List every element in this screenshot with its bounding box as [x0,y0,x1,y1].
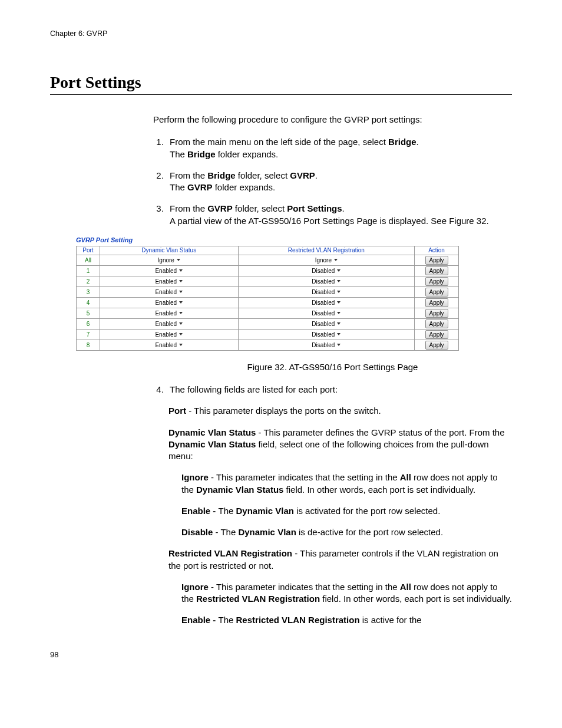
chevron-down-icon [179,312,183,314]
rvr-dropdown[interactable]: Disabled [310,299,343,306]
action-cell: Apply [415,286,459,297]
intro-text: Perform the following procedure to confi… [153,114,512,126]
chevron-down-icon [334,259,338,261]
chevron-down-icon [179,269,183,272]
rvr-dropdown[interactable]: Disabled [310,321,343,327]
dvs-cell: Enabled [100,308,238,318]
rvr-cell: Disabled [238,308,414,318]
apply-button[interactable]: Apply [425,298,448,307]
action-cell: Apply [415,329,459,340]
table-row: 4EnabledDisabledApply [77,297,459,308]
dvs-dropdown[interactable]: Enabled [153,278,186,285]
table-row: 8EnabledDisabledApply [77,340,459,350]
apply-button[interactable]: Apply [425,330,448,339]
def-enable-dvs: Enable - The Dynamic Vlan is activated f… [181,505,512,517]
rvr-dropdown[interactable]: Disabled [310,331,343,338]
dvs-dropdown[interactable]: Enabled [153,268,186,274]
gvrp-table-body: AllIgnoreIgnoreApply1EnabledDisabledAppl… [77,255,459,350]
dvs-dropdown[interactable]: Enabled [153,321,186,327]
rvr-cell: Disabled [238,340,414,350]
col-restricted-vlan-registration: Restricted VLAN Registration [238,246,414,255]
dvs-cell: Enabled [100,329,238,340]
step-4: The following fields are listed for each… [166,384,512,396]
gvrp-panel-title: GVRP Port Setting [76,236,512,243]
rvr-dropdown[interactable]: Ignore [310,257,343,263]
step-2: From the Bridge folder, select GVRP. The… [166,170,512,194]
col-action: Action [415,246,459,255]
chevron-down-icon [337,280,340,282]
rvr-cell: Disabled [238,286,414,297]
chevron-down-icon [179,280,183,282]
def-ignore-dvs: Ignore - This parameter indicates that t… [181,472,512,496]
gvrp-port-setting-table: Port Dynamic Vlan Status Restricted VLAN… [76,246,459,351]
dvs-dropdown[interactable]: Enabled [153,331,186,338]
port-cell: 5 [77,308,100,318]
action-cell: Apply [415,255,459,265]
apply-button[interactable]: Apply [425,256,448,265]
def-dynamic-vlan-status: Dynamic Vlan Status - This parameter def… [168,427,512,463]
apply-button[interactable]: Apply [425,309,448,318]
col-port: Port [77,246,100,255]
dvs-dropdown[interactable]: Enabled [153,299,186,306]
field-definitions: Port - This parameter displays the ports… [168,405,512,626]
action-cell: Apply [415,340,459,350]
dvs-dropdown[interactable]: Enabled [153,310,186,317]
chevron-down-icon [179,333,183,335]
port-cell: 1 [77,265,100,276]
chevron-down-icon [337,333,340,335]
page-number: 98 [50,650,512,659]
chevron-down-icon [337,344,340,346]
procedure-list-cont: The following fields are listed for each… [153,384,512,396]
dvs-cell: Enabled [100,286,238,297]
action-cell: Apply [415,276,459,286]
port-cell: 3 [77,286,100,297]
rvr-cell: Disabled [238,318,414,329]
page-title: Port Settings [50,73,512,95]
figure-32: GVRP Port Setting Port Dynamic Vlan Stat… [50,236,512,351]
chevron-down-icon [337,301,340,304]
rvr-dropdown[interactable]: Disabled [310,342,343,348]
dvs-dropdown[interactable]: Ignore [153,257,186,263]
action-cell: Apply [415,308,459,318]
port-cell: All [77,255,100,265]
procedure-list: From the main menu on the left side of t… [153,136,512,227]
rvr-dropdown[interactable]: Disabled [310,289,343,295]
chevron-down-icon [179,322,183,325]
step-3: From the GVRP folder, select Port Settin… [166,203,512,227]
body-column-2: Figure 32. AT-GS950/16 Port Settings Pag… [153,361,512,627]
table-row: 2EnabledDisabledApply [77,276,459,286]
table-row: 7EnabledDisabledApply [77,329,459,340]
dvs-cell: Enabled [100,276,238,286]
port-cell: 7 [77,329,100,340]
rvr-dropdown[interactable]: Disabled [310,268,343,274]
port-cell: 4 [77,297,100,308]
rvr-dropdown[interactable]: Disabled [310,278,343,285]
action-cell: Apply [415,297,459,308]
def-restricted-vlan-registration: Restricted VLAN Registration - This para… [168,548,512,572]
action-cell: Apply [415,265,459,276]
dvs-dropdown[interactable]: Enabled [153,342,186,348]
chevron-down-icon [337,322,340,325]
table-row: AllIgnoreIgnoreApply [77,255,459,265]
chevron-down-icon [177,259,180,261]
apply-button[interactable]: Apply [425,319,448,328]
dvs-cell: Enabled [100,265,238,276]
dvs-dropdown[interactable]: Enabled [153,289,186,295]
def-enable-rvr: Enable - The Restricted VLAN Registratio… [181,614,512,626]
apply-button[interactable]: Apply [425,341,448,350]
apply-button[interactable]: Apply [425,288,448,297]
figure-caption: Figure 32. AT-GS950/16 Port Settings Pag… [153,361,512,373]
rvr-cell: Disabled [238,265,414,276]
chevron-down-icon [337,291,340,293]
port-cell: 8 [77,340,100,350]
dvs-cell: Enabled [100,297,238,308]
chevron-down-icon [179,344,183,346]
chevron-down-icon [337,269,340,272]
apply-button[interactable]: Apply [425,277,448,286]
def-port: Port - This parameter displays the ports… [168,405,512,417]
apply-button[interactable]: Apply [425,266,448,275]
chevron-down-icon [179,291,183,293]
chevron-down-icon [337,312,340,314]
def-disable-dvs: Disable - The Dynamic Vlan is de-active … [181,526,512,538]
rvr-dropdown[interactable]: Disabled [310,310,343,317]
